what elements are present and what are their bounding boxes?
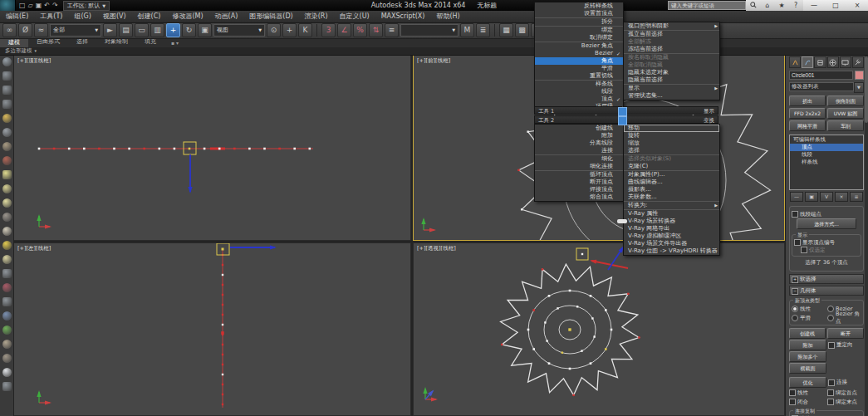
stack-row[interactable]: 样条线: [790, 159, 863, 166]
disc-primitive-icon[interactable]: [2, 255, 12, 264]
paint-ball-icon[interactable]: [2, 283, 12, 292]
quad-menu-item[interactable]: 熔合顶点: [535, 193, 623, 201]
hierarchy-tab[interactable]: [814, 56, 826, 68]
modifier-button[interactable]: 挤出: [789, 95, 826, 106]
quad-menu-item[interactable]: Bezier✓: [535, 50, 623, 57]
quad-menu-item[interactable]: 分离线段: [535, 139, 623, 147]
menu-item[interactable]: 帮助(H): [430, 11, 465, 22]
menu-item[interactable]: 图形编辑器(D): [243, 11, 298, 22]
quad-menu-item[interactable]: 摄影表...: [624, 186, 719, 193]
quad-menu-item[interactable]: 拆分: [535, 17, 623, 26]
quad-menu-item[interactable]: 焊接顶点: [535, 186, 623, 193]
selected-only-checkbox[interactable]: [801, 247, 807, 253]
select-and-rotate-icon[interactable]: ↻: [182, 23, 196, 37]
select-by-button[interactable]: 选择方式...: [797, 218, 856, 229]
quad-menu-item[interactable]: 线段: [535, 88, 623, 95]
menu-item[interactable]: 编辑(E): [0, 11, 34, 22]
perspective-viewport-canvas[interactable]: [414, 243, 785, 416]
create-tab[interactable]: [789, 56, 801, 68]
quad-menu-item[interactable]: 循环顶点: [535, 170, 623, 179]
layer-manager-icon[interactable]: ▦: [499, 23, 513, 37]
quad-menu-item[interactable]: 附加: [535, 132, 623, 139]
rock-icon[interactable]: [2, 354, 12, 363]
configure-modifier-sets-icon[interactable]: ≡: [850, 192, 863, 202]
world-axis-y[interactable]: [37, 214, 41, 227]
quad-menu-item[interactable]: 隐藏未选定对象: [624, 69, 719, 76]
quad-menu-item[interactable]: 平滑: [535, 65, 623, 72]
menu-item[interactable]: 动画(A): [209, 11, 244, 22]
window-crossing-icon[interactable]: ▥: [150, 23, 164, 37]
menu-item[interactable]: 渲染(R): [299, 11, 334, 22]
move-gizmo-x[interactable]: [590, 260, 628, 268]
menu-item[interactable]: 创建(C): [132, 11, 167, 22]
favorites-star-icon[interactable]: ★: [777, 2, 786, 9]
move-gizmo-x[interactable]: [230, 245, 277, 249]
quad-menu-item[interactable]: 创建线: [535, 125, 623, 132]
edit-named-selection-sets-icon[interactable]: ≡: [385, 23, 399, 37]
menu-item[interactable]: 工具(T): [34, 11, 68, 22]
grid-display-icon[interactable]: [2, 71, 12, 81]
earth-globe-icon[interactable]: [2, 311, 12, 321]
refine-button[interactable]: 优化: [789, 377, 826, 388]
sun-light-icon[interactable]: [2, 241, 12, 250]
quad-menu-item[interactable]: 克隆(C): [624, 163, 719, 170]
redo-icon[interactable]: ↷: [52, 0, 58, 11]
show-vertex-numbers-checkbox[interactable]: [794, 239, 801, 246]
quad-menu-item[interactable]: 取消绑定: [535, 34, 623, 42]
quad-menu-item[interactable]: 隐藏当前选择: [624, 76, 719, 84]
select-and-scale-icon[interactable]: ▣: [198, 23, 212, 37]
modifier-button[interactable]: 网格平滑: [789, 120, 826, 131]
quad-menu-item[interactable]: 选择: [624, 147, 719, 154]
quad-menu-item[interactable]: 细化连接: [535, 163, 623, 170]
quad-menu-item[interactable]: 重置切线: [535, 72, 623, 80]
select-and-move-icon[interactable]: +: [166, 23, 180, 37]
quad-menu-item[interactable]: 断开顶点: [535, 179, 623, 186]
quad-menu-item[interactable]: 冻结当前选择: [624, 46, 719, 53]
viewport-top[interactable]: [+][顶][线框]: [13, 55, 411, 241]
quad-menu-item[interactable]: V-Ray 位图 -> VRayHDRI 转换器: [624, 247, 719, 255]
quad-menu-item[interactable]: V-Ray 场景文件导出器: [624, 240, 719, 247]
menu-item[interactable]: MAXScript(X): [375, 11, 431, 22]
menu-item[interactable]: 自定义(U): [334, 11, 375, 22]
snaps-toggle-icon[interactable]: 3: [321, 23, 336, 37]
world-axis-x[interactable]: [424, 228, 436, 232]
polygon-modeling-panel[interactable]: 多边形建模: [5, 47, 32, 55]
viewport-front-label[interactable]: [+][前][线框]: [417, 57, 450, 65]
layout-grid-icon[interactable]: [2, 100, 12, 109]
reorient-checkbox[interactable]: [828, 342, 835, 349]
rectangular-selection-region-icon[interactable]: ▭: [135, 23, 149, 37]
eye-icon[interactable]: [2, 57, 12, 66]
world-axis-x[interactable]: [39, 400, 51, 404]
quad-menu-item[interactable]: 孤立当前选择: [624, 30, 719, 38]
quad-menu-item[interactable]: 全部解冻: [624, 38, 719, 46]
pin-stack-icon[interactable]: —: [790, 192, 803, 202]
motion-tab[interactable]: [827, 56, 839, 68]
quad-menu-item[interactable]: V-Ray 虚拟帧缓冲区: [624, 232, 719, 240]
tree-icon[interactable]: [2, 325, 12, 335]
remove-modifier-icon[interactable]: ×: [835, 192, 848, 202]
quad-menu-item[interactable]: 转换为:▶: [624, 201, 719, 209]
cone-primitive-icon[interactable]: [2, 227, 12, 236]
quad-menu-item[interactable]: 角点: [535, 57, 623, 65]
sphere-primitive-icon[interactable]: [2, 198, 12, 208]
create-line-button[interactable]: 创建线: [789, 328, 826, 339]
vertex-type-radio[interactable]: 平滑: [792, 315, 826, 321]
vertex-type-radio[interactable]: Bezier 角点: [827, 315, 861, 321]
panel-scrollbar[interactable]: [865, 55, 868, 416]
display-tab[interactable]: [840, 56, 851, 68]
search-icon[interactable]: [749, 2, 758, 10]
spinner-snap-icon[interactable]: ⇅: [369, 23, 383, 37]
use-pivot-point-center-icon[interactable]: ⊙: [267, 23, 281, 37]
viewport-left[interactable]: [+][左][线框]: [13, 242, 411, 416]
workspace-dropdown[interactable]: 工作区: 默认 ▼: [63, 1, 110, 11]
bind-to-space-warp-icon[interactable]: ≈: [34, 23, 48, 37]
closed-checkbox[interactable]: [789, 399, 796, 405]
rain-effect-icon[interactable]: [2, 269, 12, 278]
dummy-helper-icon[interactable]: [2, 142, 12, 151]
select-and-link-icon[interactable]: ∞: [2, 23, 17, 37]
unlink-selection-icon[interactable]: Ø: [18, 23, 32, 37]
quad-menu-item[interactable]: Bezier 角点: [535, 42, 623, 50]
quad-menu-item[interactable]: 关联参数...: [624, 193, 719, 201]
quad-menu-item[interactable]: 对象属性(P)...: [624, 170, 719, 179]
percent-snap-icon[interactable]: %: [353, 23, 367, 37]
